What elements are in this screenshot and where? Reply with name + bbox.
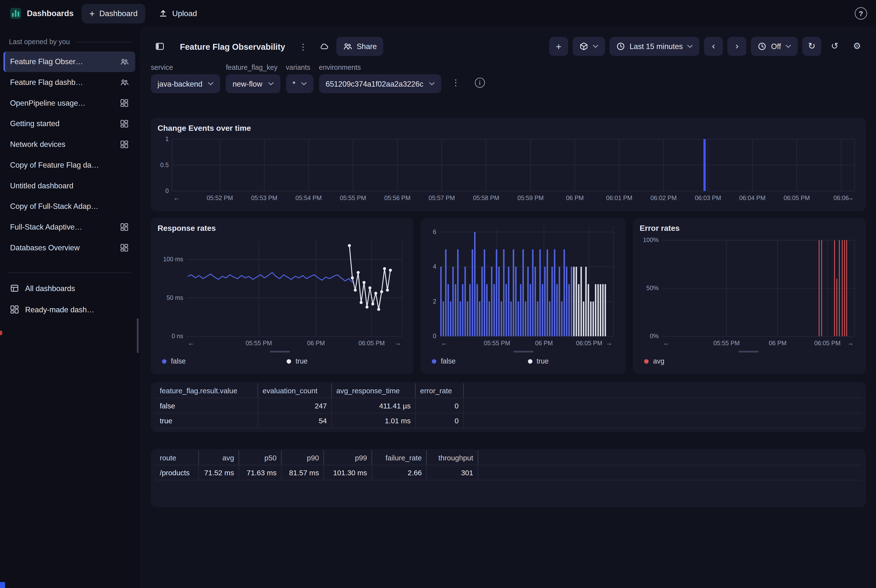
table-cell: 81.57 ms bbox=[282, 465, 324, 480]
column-header-filler bbox=[478, 450, 862, 465]
column-header[interactable]: p50 bbox=[239, 450, 282, 465]
sidebar-item-label: Copy of Full-Stack Adap… bbox=[10, 202, 98, 210]
svg-text:05:53 PM: 05:53 PM bbox=[251, 195, 278, 201]
table-row[interactable]: true 54 1.01 ms 0 bbox=[155, 413, 861, 428]
chevron-down-icon bbox=[429, 82, 435, 86]
column-header[interactable]: evaluation_count bbox=[258, 383, 332, 398]
legend-item[interactable]: false bbox=[427, 357, 523, 365]
help-button[interactable]: ? bbox=[855, 8, 867, 20]
svg-text:06:05 PM: 06:05 PM bbox=[814, 340, 841, 346]
history-button[interactable]: ↺ bbox=[826, 37, 843, 56]
share-button[interactable]: Share bbox=[336, 37, 383, 56]
time-back-button[interactable]: ‹ bbox=[704, 37, 723, 56]
svg-text:←: ← bbox=[188, 339, 194, 347]
publish-button[interactable] bbox=[315, 37, 333, 56]
sidebar-item-openpipeline-usage[interactable]: OpenPipeline usage… bbox=[3, 93, 135, 114]
table-cell: 301 bbox=[427, 465, 478, 480]
sidebar-item-all-dashboards[interactable]: All dashboards bbox=[3, 278, 135, 299]
sidebar-item-label: Full-Stack Adaptive… bbox=[10, 223, 82, 231]
column-header[interactable]: p90 bbox=[282, 450, 324, 465]
variants-filter-dropdown[interactable]: * bbox=[286, 74, 313, 93]
table-row[interactable]: false 247 411.41 µs 0 bbox=[155, 398, 861, 413]
evaluation-counts-chart[interactable]: 024605:55 PM06 PM06:05 PM←→ bbox=[427, 224, 619, 351]
table-header-row: route avg p50 p90 p99 failure_rate throu… bbox=[155, 450, 861, 465]
scrollbar-thumb[interactable] bbox=[137, 318, 139, 353]
column-header[interactable]: failure_rate bbox=[372, 450, 427, 465]
svg-text:100%: 100% bbox=[643, 236, 658, 243]
time-range-dropdown[interactable]: Last 15 minutes bbox=[609, 37, 700, 56]
info-icon[interactable]: i bbox=[475, 78, 485, 88]
auto-refresh-dropdown[interactable]: Off bbox=[751, 37, 798, 56]
legend-item[interactable]: false bbox=[158, 357, 282, 365]
refresh-icon: ↻ bbox=[808, 42, 816, 51]
legend-item[interactable]: avg bbox=[639, 357, 664, 365]
sidebar-item-untitled-dashboard[interactable]: Untitled dashboard bbox=[3, 176, 135, 196]
environments-filter-dropdown[interactable]: 651209c374a1f02aa2a3226c bbox=[319, 74, 441, 93]
column-header[interactable]: avg_response_time bbox=[332, 383, 416, 398]
legend-item[interactable]: true bbox=[282, 357, 407, 365]
svg-text:50%: 50% bbox=[646, 285, 658, 291]
sidebar: Last opened by you Feature Flag Obser… F… bbox=[0, 27, 140, 588]
sidebar-item-network-devices[interactable]: Network devices bbox=[3, 134, 135, 154]
filter-bar: service java-backend feature_flag_key ne… bbox=[151, 64, 866, 93]
column-header[interactable]: feature_flag.result.value bbox=[155, 383, 258, 398]
refresh-clock-icon bbox=[758, 42, 766, 51]
sidebar-item-copy-of-full-stack[interactable]: Copy of Full-Stack Adap… bbox=[3, 196, 135, 217]
time-scrollbar[interactable] bbox=[158, 351, 407, 354]
sidebar-item-label: All dashboards bbox=[25, 284, 75, 292]
time-forward-button[interactable]: › bbox=[728, 37, 746, 56]
svg-text:6: 6 bbox=[433, 228, 436, 235]
dashboard-icon bbox=[10, 305, 19, 314]
service-filter-dropdown[interactable]: java-backend bbox=[151, 74, 220, 93]
column-header[interactable]: avg bbox=[199, 450, 239, 465]
collapse-sidebar-button[interactable] bbox=[151, 37, 169, 56]
svg-text:05:57 PM: 05:57 PM bbox=[429, 195, 455, 201]
sidebar-item-getting-started[interactable]: Getting started bbox=[3, 114, 135, 134]
add-widget-button[interactable]: + bbox=[549, 37, 568, 56]
svg-text:06:05 PM: 06:05 PM bbox=[358, 340, 385, 346]
legend-item[interactable]: true bbox=[523, 357, 619, 365]
refresh-button[interactable]: ↻ bbox=[802, 37, 821, 56]
change-events-chart[interactable]: 00.5105:52 PM05:53 PM05:54 PM05:55 PM05:… bbox=[158, 136, 860, 206]
legend-dot bbox=[287, 359, 291, 363]
svg-text:→: → bbox=[606, 339, 612, 347]
feature-flag-key-filter-dropdown[interactable]: new-flow bbox=[226, 74, 280, 93]
sidebar-item-label: Network devices bbox=[10, 140, 65, 148]
filters-menu-button[interactable]: ⋮ bbox=[447, 73, 465, 92]
new-dashboard-button[interactable]: + Dashboard bbox=[81, 4, 146, 23]
panel-title: Error rates bbox=[639, 224, 859, 232]
chevron-right-icon: › bbox=[735, 42, 738, 51]
app-home-link[interactable]: Dashboards bbox=[10, 8, 74, 19]
upload-button[interactable]: Upload bbox=[153, 4, 202, 23]
dashboard-menu-button[interactable]: ⋮ bbox=[294, 37, 312, 56]
svg-text:0 ns: 0 ns bbox=[171, 333, 183, 339]
sidebar-item-full-stack-adaptive[interactable]: Full-Stack Adaptive… bbox=[3, 217, 135, 237]
column-header[interactable]: p99 bbox=[324, 450, 372, 465]
svg-text:06:04 PM: 06:04 PM bbox=[739, 195, 765, 201]
table-row[interactable]: /products 71.52 ms 71.63 ms 81.57 ms 101… bbox=[155, 465, 861, 480]
svg-text:→: → bbox=[394, 339, 401, 347]
error-rates-legend: avg bbox=[639, 354, 859, 369]
legend-dot bbox=[162, 359, 166, 363]
time-scrollbar[interactable] bbox=[427, 351, 619, 354]
sidebar-item-copy-of-feature-flag[interactable]: Copy of Feature Flag da… bbox=[3, 154, 135, 176]
error-rates-chart[interactable]: 0%50%100%05:55 PM06 PM06:05 PM←→ bbox=[639, 236, 859, 351]
column-header[interactable]: route bbox=[155, 450, 199, 465]
legend-label: true bbox=[296, 357, 308, 365]
response-rates-chart[interactable]: 0 ns50 ms100 ms05:55 PM06 PM06:05 PM←→ bbox=[158, 236, 407, 351]
sidebar-item-ready-made-dashboards[interactable]: Ready-made dash… bbox=[3, 299, 135, 320]
sidebar-item-label: Feature Flag Obser… bbox=[10, 58, 83, 66]
settings-button[interactable]: ⚙ bbox=[848, 37, 866, 56]
scope-dropdown[interactable] bbox=[573, 37, 605, 56]
column-header[interactable]: error_rate bbox=[416, 383, 464, 398]
legend-dot bbox=[432, 359, 436, 363]
column-header[interactable]: throughput bbox=[427, 450, 478, 465]
sidebar-item-feature-flag-dashboard[interactable]: Feature Flag dashb… bbox=[3, 72, 135, 93]
plus-icon: + bbox=[556, 42, 561, 51]
sidebar-item-feature-flag-observability[interactable]: Feature Flag Obser… bbox=[3, 51, 135, 72]
svg-text:06:06: 06:06 bbox=[834, 195, 849, 201]
svg-text:06:05 PM: 06:05 PM bbox=[576, 340, 602, 346]
time-scrollbar[interactable] bbox=[639, 351, 859, 354]
upload-label: Upload bbox=[172, 9, 197, 18]
sidebar-item-databases-overview[interactable]: Databases Overview bbox=[3, 237, 135, 258]
